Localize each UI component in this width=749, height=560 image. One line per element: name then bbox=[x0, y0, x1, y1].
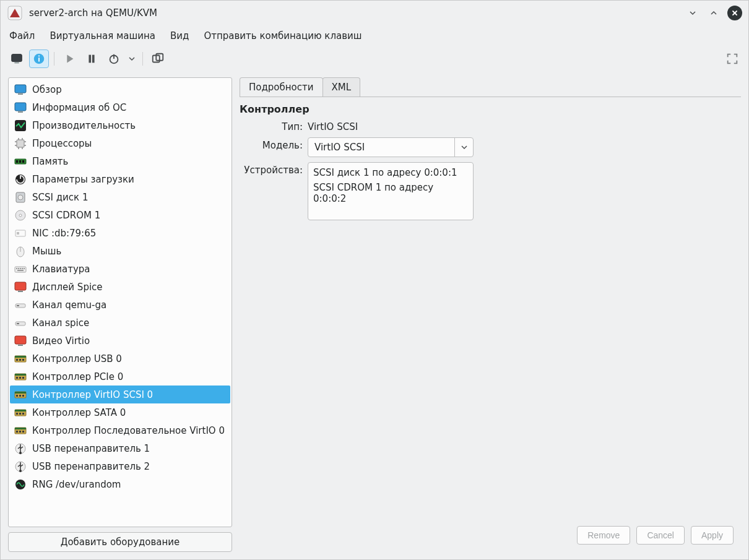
fullscreen-button[interactable] bbox=[722, 50, 742, 68]
sidebar-item[interactable]: Параметры загрузки bbox=[10, 170, 230, 188]
display-red-icon bbox=[14, 280, 27, 294]
menu-sendkey[interactable]: Отправить комбинацию клавиш bbox=[204, 30, 362, 41]
display-blue-icon bbox=[14, 83, 27, 97]
sidebar-item-label: Контроллер SATA 0 bbox=[32, 407, 126, 418]
sidebar-item-label: Информация об ОС bbox=[32, 102, 126, 113]
menu-file[interactable]: Файл bbox=[9, 30, 35, 41]
nic-icon bbox=[14, 226, 27, 240]
controller-icon bbox=[14, 388, 27, 402]
usb-icon bbox=[14, 460, 27, 473]
sidebar-item[interactable]: Контроллер PCIe 0 bbox=[10, 368, 230, 386]
separator bbox=[142, 52, 143, 66]
sidebar-item-label: USB перенаправитель 2 bbox=[32, 461, 150, 472]
sidebar-item-label: Контроллер PCIe 0 bbox=[32, 371, 123, 382]
disk-icon bbox=[14, 191, 27, 204]
menu-view[interactable]: Вид bbox=[170, 30, 189, 41]
sidebar-item[interactable]: NIC :db:79:65 bbox=[10, 224, 230, 242]
shutdown-button[interactable] bbox=[104, 50, 124, 68]
apply-button[interactable]: Apply bbox=[691, 526, 734, 545]
close-button[interactable] bbox=[727, 6, 742, 20]
shutdown-menu-arrow[interactable] bbox=[126, 50, 137, 68]
device-list-item[interactable]: SCSI CDROM 1 по адресу 0:0:0:2 bbox=[312, 180, 469, 206]
rng-icon bbox=[14, 478, 27, 491]
display-blue-icon bbox=[14, 101, 27, 114]
pause-button[interactable] bbox=[82, 50, 102, 68]
sidebar-item[interactable]: Видео Virtio bbox=[10, 332, 230, 350]
sidebar-item-label: Канал qemu-ga bbox=[32, 299, 106, 311]
sidebar-item[interactable]: Контроллер Последовательное VirtIO 0 bbox=[10, 421, 230, 439]
sidebar-item[interactable]: Клавиатура bbox=[10, 260, 230, 278]
app-icon bbox=[7, 5, 23, 21]
sidebar-item-label: Контроллер VirtIO SCSI 0 bbox=[32, 389, 153, 400]
maximize-button[interactable] bbox=[706, 6, 721, 20]
section-heading: Контроллер bbox=[240, 103, 741, 115]
controller-icon bbox=[14, 370, 27, 384]
model-combobox[interactable]: VirtIO SCSI bbox=[308, 137, 474, 157]
sidebar-item-label: Память bbox=[32, 156, 68, 167]
controller-icon bbox=[14, 424, 27, 437]
mouse-icon bbox=[14, 244, 27, 258]
sidebar-item-label: Контроллер Последовательное VirtIO 0 bbox=[32, 425, 225, 436]
sidebar-item-label: Мышь bbox=[32, 246, 61, 257]
add-hardware-button[interactable]: Добавить оборудование bbox=[8, 532, 232, 552]
window-title: server2-arch на QEMU/KVM bbox=[29, 7, 679, 19]
cancel-button[interactable]: Cancel bbox=[636, 526, 685, 545]
cdrom-icon bbox=[14, 209, 27, 222]
sidebar-item[interactable]: USB перенаправитель 1 bbox=[10, 439, 230, 457]
type-label: Тип: bbox=[240, 119, 308, 132]
controller-icon bbox=[14, 352, 27, 366]
sidebar-item-label: Дисплей Spice bbox=[32, 282, 103, 293]
perf-icon bbox=[14, 119, 27, 132]
tab-details[interactable]: Подробности bbox=[240, 77, 323, 97]
footer-buttons: Remove Cancel Apply bbox=[240, 522, 741, 552]
sidebar-item[interactable]: Производительность bbox=[10, 116, 230, 134]
ram-icon bbox=[14, 155, 27, 168]
model-combobox-value: VirtIO SCSI bbox=[308, 138, 454, 157]
sidebar-item-label: RNG /dev/urandom bbox=[32, 479, 121, 490]
type-value: VirtIO SCSI bbox=[308, 119, 358, 132]
console-button[interactable] bbox=[7, 50, 27, 68]
menubar: Файл Виртуальная машина Вид Отправить ко… bbox=[1, 25, 748, 46]
model-label: Модель: bbox=[240, 137, 308, 151]
sidebar-item[interactable]: Контроллер VirtIO SCSI 0 bbox=[10, 386, 230, 403]
sidebar-item-label: SCSI диск 1 bbox=[32, 192, 88, 203]
sidebar-item-label: Канал spice bbox=[32, 317, 89, 329]
controller-icon bbox=[14, 406, 27, 420]
sidebar-item-label: Параметры загрузки bbox=[32, 174, 134, 185]
sidebar-item[interactable]: Дисплей Spice bbox=[10, 278, 230, 296]
snapshots-button[interactable] bbox=[148, 50, 168, 68]
display-red-icon bbox=[14, 334, 27, 348]
sidebar-item[interactable]: USB перенаправитель 2 bbox=[10, 457, 230, 475]
sidebar-item[interactable]: SCSI диск 1 bbox=[10, 188, 230, 206]
sidebar-item[interactable]: Обзор bbox=[10, 80, 230, 98]
menu-vm[interactable]: Виртуальная машина bbox=[50, 30, 155, 41]
sidebar-item-label: SCSI CDROM 1 bbox=[32, 210, 100, 221]
sidebar-item[interactable]: RNG /dev/urandom bbox=[10, 475, 230, 493]
sidebar-item-label: Процессоры bbox=[32, 138, 92, 149]
sidebar-item[interactable]: Контроллер USB 0 bbox=[10, 350, 230, 368]
details-info-button[interactable] bbox=[29, 50, 49, 68]
sidebar-item[interactable]: Канал qemu-ga bbox=[10, 296, 230, 314]
cpu-icon bbox=[14, 137, 27, 150]
toolbar bbox=[1, 46, 748, 71]
hardware-sidebar[interactable]: ОбзорИнформация об ОСПроизводительностьП… bbox=[8, 77, 232, 527]
sidebar-item[interactable]: SCSI CDROM 1 bbox=[10, 206, 230, 224]
sidebar-item-label: Обзор bbox=[32, 84, 62, 95]
remove-button[interactable]: Remove bbox=[577, 526, 630, 545]
channel-icon bbox=[14, 298, 27, 312]
run-button[interactable] bbox=[59, 50, 79, 68]
sidebar-item-label: Видео Virtio bbox=[32, 335, 90, 347]
sidebar-item[interactable]: Процессоры bbox=[10, 134, 230, 152]
sidebar-item[interactable]: Память bbox=[10, 152, 230, 170]
sidebar-item[interactable]: Канал spice bbox=[10, 314, 230, 332]
device-list-item[interactable]: SCSI диск 1 по адресу 0:0:0:1 bbox=[312, 165, 469, 180]
sidebar-item[interactable]: Информация об ОС bbox=[10, 98, 230, 116]
separator bbox=[54, 52, 54, 66]
sidebar-item[interactable]: Мышь bbox=[10, 242, 230, 260]
content-tabs: Подробности XML bbox=[240, 77, 741, 97]
tab-xml[interactable]: XML bbox=[323, 77, 361, 97]
sidebar-item[interactable]: Контроллер SATA 0 bbox=[10, 403, 230, 421]
keyboard-icon bbox=[14, 262, 27, 276]
channel-icon bbox=[14, 316, 27, 330]
minimize-button[interactable] bbox=[685, 6, 700, 20]
